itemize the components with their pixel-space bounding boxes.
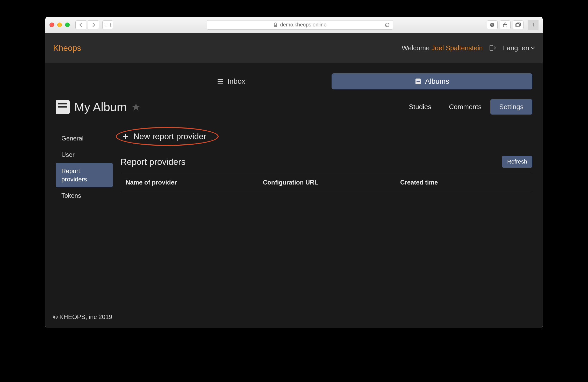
lock-icon	[273, 23, 277, 27]
window-controls	[49, 23, 70, 27]
menu-icon	[217, 79, 224, 84]
logout-icon[interactable]	[490, 45, 496, 51]
th-created-time: Created time	[395, 179, 532, 186]
back-button[interactable]	[75, 20, 86, 29]
th-name: Name of provider	[120, 179, 258, 186]
nav-inbox[interactable]: Inbox	[131, 73, 332, 89]
section-header: Report providers Refresh	[120, 156, 532, 168]
close-window-button[interactable]	[49, 23, 54, 27]
new-report-provider-button[interactable]: New report provider	[120, 130, 214, 143]
nav-albums-label: Albums	[425, 77, 449, 86]
album-title: My Album	[74, 100, 127, 114]
album-title-row: My Album ★ Studies Comments Settings	[56, 99, 532, 115]
app-viewport: Kheops Welcome Joël Spaltenstein Lang: e…	[45, 33, 543, 328]
minimize-window-button[interactable]	[57, 23, 62, 27]
settings-sidebar: General User Report providers Tokens	[56, 130, 113, 204]
browser-right-buttons	[487, 20, 524, 29]
settings-content: General User Report providers Tokens New…	[56, 130, 532, 204]
section-title: Report providers	[120, 157, 185, 167]
brand-logo[interactable]: Kheops	[53, 43, 81, 53]
browser-toolbar: demo.kheops.online +	[45, 17, 543, 33]
app-body: Inbox Albums My Album ★ Studies Comments…	[45, 63, 543, 306]
nav-albums[interactable]: Albums	[332, 73, 532, 89]
header-right: Welcome Joël Spaltenstein Lang: en	[402, 44, 535, 52]
album-tabs: Studies Comments Settings	[400, 99, 532, 115]
tab-studies[interactable]: Studies	[400, 99, 440, 115]
welcome-prefix: Welcome	[402, 44, 430, 52]
share-button[interactable]	[500, 20, 511, 29]
welcome-text: Welcome Joël Spaltenstein	[402, 44, 483, 52]
report-providers-table: Name of provider Configuration URL Creat…	[120, 173, 532, 192]
settings-main: New report provider Report providers Ref…	[120, 130, 532, 204]
tabs-button[interactable]	[513, 20, 524, 29]
book-icon	[415, 78, 421, 85]
new-tab-button[interactable]: +	[528, 20, 539, 30]
downloads-button[interactable]	[487, 20, 498, 29]
user-name-link[interactable]: Joël Spaltenstein	[432, 44, 483, 52]
top-nav: Inbox Albums	[131, 73, 532, 89]
language-label: Lang: en	[503, 44, 529, 52]
language-dropdown[interactable]: Lang: en	[503, 44, 535, 52]
reload-icon[interactable]	[385, 22, 390, 27]
nav-inbox-label: Inbox	[227, 77, 245, 86]
svg-rect-5	[516, 24, 519, 27]
new-report-provider-label: New report provider	[133, 132, 206, 141]
album-icon	[56, 100, 70, 114]
refresh-button[interactable]: Refresh	[502, 156, 532, 168]
th-config-url: Configuration URL	[258, 179, 395, 186]
app-header: Kheops Welcome Joël Spaltenstein Lang: e…	[45, 33, 543, 63]
url-text: demo.kheops.online	[280, 22, 326, 28]
chevron-down-icon	[531, 47, 535, 49]
svg-rect-2	[274, 25, 277, 27]
favorite-star-icon[interactable]: ★	[131, 101, 141, 113]
tab-comments[interactable]: Comments	[440, 99, 490, 115]
copyright-text: © KHEOPS, inc 2019	[53, 313, 112, 320]
sidebar-item-tokens[interactable]: Tokens	[56, 187, 113, 204]
address-bar[interactable]: demo.kheops.online	[207, 20, 393, 30]
sidebar-item-general[interactable]: General	[56, 130, 113, 146]
svg-rect-6	[517, 23, 520, 26]
new-report-provider-highlight: New report provider	[120, 130, 214, 143]
svg-rect-0	[105, 23, 111, 27]
tab-settings[interactable]: Settings	[490, 99, 532, 115]
browser-window: demo.kheops.online + Kheops Welcome	[45, 17, 543, 328]
sidebar-item-report-providers[interactable]: Report providers	[56, 163, 113, 187]
forward-button[interactable]	[88, 20, 99, 29]
plus-icon	[122, 133, 129, 140]
sidebar-item-user[interactable]: User	[56, 146, 113, 163]
table-header-row: Name of provider Configuration URL Creat…	[120, 173, 532, 192]
maximize-window-button[interactable]	[65, 23, 70, 27]
sidebar-toggle-button[interactable]	[102, 20, 113, 29]
footer: © KHEOPS, inc 2019	[45, 306, 543, 328]
nav-buttons	[75, 20, 99, 29]
